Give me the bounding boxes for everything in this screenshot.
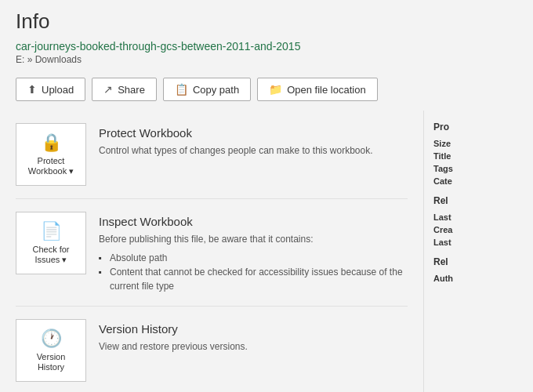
actions-bar: ⬆Upload↗Share📋Copy path📁Open file locati… [0, 78, 533, 111]
protect-workbook-icon-box[interactable]: 🔒Protect Workbook ▾ [16, 123, 86, 186]
copy-path-button[interactable]: 📋Copy path [163, 78, 251, 101]
section-version-history: 🕐Version HistoryVersion HistoryView and … [16, 307, 408, 392]
share-button[interactable]: ↗Share [92, 78, 157, 101]
properties-title: Pro [433, 122, 524, 132]
protect-workbook-text: Protect WorkbookControl what types of ch… [99, 123, 408, 158]
version-history-icon-box[interactable]: 🕐Version History [16, 319, 86, 382]
share-icon: ↗ [103, 83, 113, 96]
check-for-issues-text: Inspect WorkbookBefore publishing this f… [99, 212, 408, 293]
bullet-item: Content that cannot be checked for acces… [99, 265, 408, 293]
version-history-title: Version History [99, 322, 408, 336]
version-history-icon-label: Version History [37, 352, 66, 372]
header: Info car-journeys-booked-through-gcs-bet… [0, 0, 533, 78]
related-prop-0: Last [433, 212, 524, 222]
section-protect-workbook: 🔒Protect Workbook ▾Protect WorkbookContr… [16, 111, 408, 199]
main-content: Info car-journeys-booked-through-gcs-bet… [0, 0, 533, 392]
page-title: Info [16, 9, 517, 34]
content-area: 🔒Protect Workbook ▾Protect WorkbookContr… [0, 111, 533, 392]
protect-workbook-icon-label: Protect Workbook ▾ [28, 156, 74, 176]
file-name: car-journeys-booked-through-gcs-between-… [16, 40, 517, 53]
version-history-icon: 🕐 [41, 328, 62, 349]
related-prop-1: Crea [433, 225, 524, 234]
version-history-text: Version HistoryView and restore previous… [99, 319, 408, 354]
copy-path-icon: 📋 [175, 83, 188, 96]
file-path: E: » Downloads [16, 54, 517, 65]
related-prop-2: Last [433, 238, 524, 247]
bullet-item: Absolute path [99, 251, 408, 265]
right-panel: ProSizeTitleTagsCateRelLastCreaLastRelAu… [423, 111, 533, 392]
prop-0: Size [433, 139, 524, 148]
check-for-issues-icon: 📄 [41, 221, 62, 241]
section-check-for-issues: 📄Check for Issues ▾Inspect WorkbookBefor… [16, 199, 408, 307]
prop-2: Tags [433, 164, 524, 173]
check-for-issues-icon-label: Check for Issues ▾ [32, 245, 69, 265]
rel2-title: Rel [433, 256, 524, 267]
share-label: Share [118, 84, 145, 96]
protect-workbook-desc: Control what types of changes people can… [99, 144, 408, 158]
prop-3: Cate [433, 176, 524, 186]
version-history-desc: View and restore previous versions. [99, 340, 408, 354]
copy-path-label: Copy path [193, 84, 239, 96]
check-for-issues-title: Inspect Workbook [99, 215, 408, 228]
prop-1: Title [433, 151, 524, 161]
protect-workbook-title: Protect Workbook [99, 126, 408, 140]
protect-workbook-icon: 🔒 [41, 132, 62, 153]
sections-list: 🔒Protect Workbook ▾Protect WorkbookContr… [0, 111, 423, 392]
upload-button[interactable]: ⬆Upload [16, 78, 85, 101]
open-location-button[interactable]: 📁Open file location [257, 78, 377, 101]
upload-label: Upload [42, 84, 74, 96]
rel2-prop-0: Auth [433, 274, 524, 283]
check-for-issues-bullets: Absolute pathContent that cannot be chec… [99, 251, 408, 293]
upload-icon: ⬆ [27, 83, 37, 96]
check-for-issues-desc: Before publishing this file, be aware th… [99, 233, 408, 246]
open-location-icon: 📁 [269, 83, 282, 96]
check-for-issues-icon-box[interactable]: 📄Check for Issues ▾ [16, 212, 86, 274]
related-title: Rel [433, 195, 524, 206]
open-location-label: Open file location [287, 84, 365, 96]
